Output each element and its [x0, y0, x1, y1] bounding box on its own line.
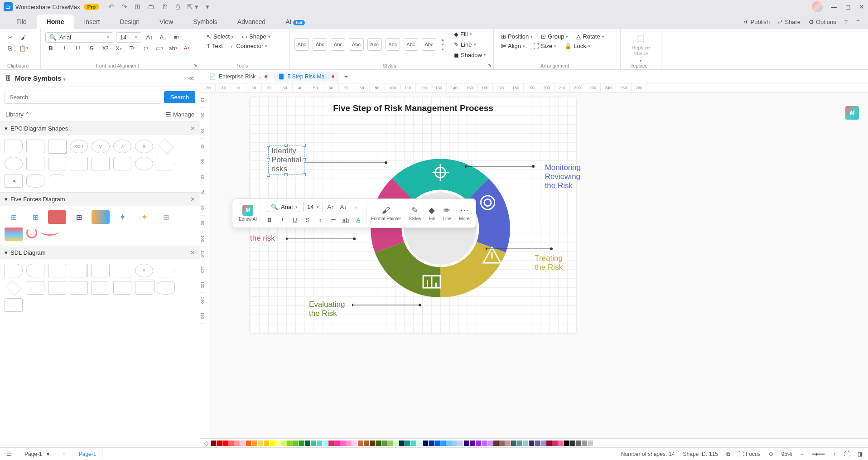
style-swatch-2[interactable]: Abc [313, 38, 327, 51]
shape-item[interactable]: ◀ [5, 174, 23, 188]
style-swatch-4[interactable]: Abc [349, 38, 363, 51]
label-evaluate[interactable]: Evaluating the Risk [309, 300, 345, 318]
color-swatch[interactable] [387, 441, 393, 446]
color-swatch[interactable] [582, 441, 587, 446]
color-swatch[interactable] [570, 441, 575, 446]
text-case-icon[interactable]: T ▾ [127, 43, 138, 53]
color-swatch[interactable] [358, 441, 363, 446]
color-swatch[interactable] [281, 441, 287, 446]
color-swatch[interactable] [523, 441, 528, 446]
category-close-icon[interactable]: ✕ [190, 125, 195, 132]
shape-item[interactable] [92, 210, 110, 224]
shape-item[interactable] [48, 140, 66, 153]
shape-item[interactable] [70, 281, 88, 295]
style-swatch-3[interactable]: Abc [331, 38, 345, 51]
color-swatch[interactable] [552, 441, 558, 446]
tab-home[interactable]: Home [37, 15, 74, 29]
close-icon[interactable]: ✕ [859, 3, 864, 10]
color-swatch[interactable] [558, 441, 564, 446]
color-swatch[interactable] [299, 441, 304, 446]
color-swatch[interactable] [275, 441, 281, 446]
help-icon[interactable]: ? [844, 19, 848, 25]
shape-item[interactable]: ⊞ [26, 210, 44, 224]
shape-item[interactable] [5, 264, 23, 277]
zoom-fit-icon[interactable]: ⊙ [769, 451, 773, 457]
panel-collapse-icon[interactable]: ≪ [188, 75, 194, 82]
float-highlight-icon[interactable]: ab [341, 215, 351, 225]
shape-item[interactable] [48, 157, 66, 170]
subscript-icon[interactable]: X₂ [113, 43, 124, 53]
shape-item[interactable] [48, 210, 66, 224]
color-swatch[interactable] [393, 441, 399, 446]
color-swatch[interactable] [346, 441, 352, 446]
edraw-ai-icon[interactable]: M [242, 205, 253, 216]
float-bold-icon[interactable]: B [265, 215, 275, 225]
color-swatch[interactable] [540, 441, 546, 446]
shape-item[interactable]: ✦ [113, 210, 131, 224]
fullscreen-icon[interactable]: ⛶ [844, 451, 849, 457]
category-sdl[interactable]: ▾ SDL Diagram✕ [0, 246, 200, 259]
styles-dialog-launcher-icon[interactable]: ⬊ [488, 63, 492, 68]
page-list-icon[interactable]: ☰ [0, 449, 18, 459]
color-swatch[interactable] [317, 441, 322, 446]
shape-item[interactable] [5, 157, 23, 170]
page-select[interactable]: Page-1 ▾ [18, 449, 56, 459]
color-swatch[interactable] [264, 441, 269, 446]
superscript-icon[interactable]: X² [100, 43, 111, 53]
qat-more-icon[interactable]: ▾ [206, 3, 209, 11]
bullet-list-icon[interactable]: ≔ ▾ [154, 43, 165, 53]
color-swatch[interactable] [370, 441, 375, 446]
underline-icon[interactable]: U [72, 43, 83, 53]
shape-item[interactable] [113, 157, 131, 170]
shape-item[interactable] [5, 228, 23, 241]
shape-button[interactable]: ▭ Shape ▾ [239, 32, 273, 41]
category-close-icon[interactable]: ✕ [190, 249, 195, 256]
color-swatch[interactable] [487, 441, 493, 446]
line-button[interactable]: ✎ Line ▾ [451, 40, 489, 49]
eyedropper-icon[interactable]: ◇ [204, 440, 208, 446]
undo-icon[interactable]: ↶ [108, 3, 114, 11]
shape-item[interactable] [48, 281, 66, 295]
zoom-in-icon[interactable]: + [833, 451, 836, 457]
zoom-slider[interactable]: ━●━━ [812, 451, 825, 457]
fill-button[interactable]: ◆ Fill ▾ [451, 29, 489, 39]
styles-next-icon[interactable]: ▾ [442, 42, 444, 47]
float-align-icon[interactable]: ≡ [351, 202, 361, 212]
float-font-select[interactable]: 🔍 Arial ▾ [267, 202, 300, 212]
options-button[interactable]: ⚙ Options [809, 19, 836, 25]
float-color-icon[interactable]: A [353, 215, 363, 225]
color-swatch[interactable] [258, 441, 263, 446]
shape-item[interactable] [5, 140, 23, 153]
color-swatch[interactable] [352, 441, 357, 446]
label-identify[interactable]: IdentifyPotentialrisks [268, 145, 304, 175]
shape-item[interactable]: ✕ [135, 264, 153, 277]
float-italic-icon[interactable]: I [277, 215, 287, 225]
doc-tab-1[interactable]: 📄Enterprise Risk ... [205, 72, 272, 82]
size-button[interactable]: ⛶ Size ▾ [530, 41, 559, 51]
tab-advanced[interactable]: Advanced [227, 15, 275, 29]
style-swatch-8[interactable]: Abc [422, 38, 436, 51]
line-spacing-icon[interactable]: ↕ ▾ [140, 43, 151, 53]
replace-shape-button[interactable]: ⬚ Replace Shape ▾ [625, 32, 656, 64]
copy-icon[interactable]: ⎘ [5, 43, 15, 53]
group-button[interactable]: ⊡ Group ▾ [538, 32, 571, 41]
category-five-forces[interactable]: ▾ Five Forces Diagram✕ [0, 192, 200, 206]
color-swatch[interactable] [376, 441, 381, 446]
layers-icon[interactable]: ⧉ [726, 451, 730, 457]
panel-title[interactable]: More Symbols ▾ [15, 74, 66, 82]
shape-item[interactable]: X [135, 140, 153, 153]
shape-item[interactable]: ∧ [113, 140, 131, 153]
collapse-ribbon-icon[interactable]: ⌃ [856, 19, 861, 25]
style-swatch-6[interactable]: Abc [386, 38, 400, 51]
font-size-select[interactable]: 14▾ [116, 32, 141, 43]
shape-item[interactable] [157, 264, 175, 277]
position-button[interactable]: ⊞ Position ▾ [498, 32, 535, 41]
shape-item[interactable] [158, 139, 174, 155]
tab-symbols[interactable]: Symbols [183, 15, 227, 29]
label-analyze[interactable]: the risk [250, 234, 275, 243]
ai-fab-icon[interactable]: M [845, 106, 859, 120]
color-swatch[interactable] [252, 441, 257, 446]
style-swatch-5[interactable]: Abc [367, 38, 382, 51]
shape-item[interactable] [157, 281, 175, 295]
shadow-button[interactable]: ◼ Shadow ▾ [451, 50, 489, 60]
